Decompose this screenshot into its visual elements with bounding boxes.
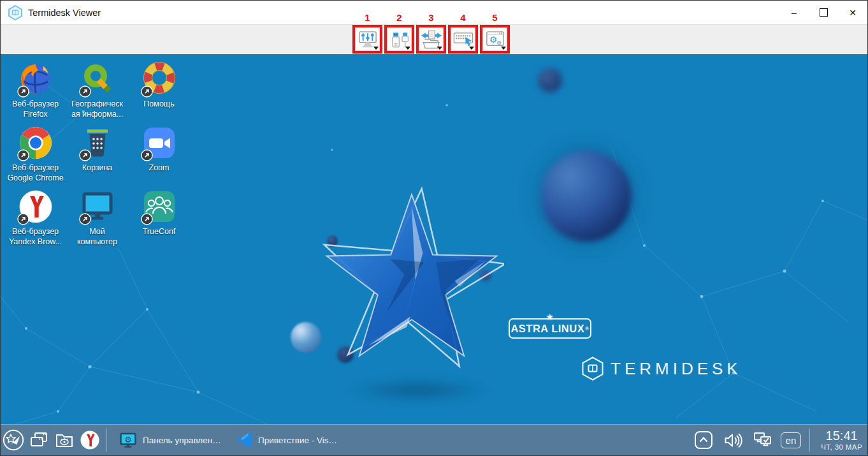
- task-vscode[interactable]: Приветствие - Vis…: [236, 432, 343, 448]
- maximize-button[interactable]: [809, 1, 838, 24]
- windows-overlap-icon: [29, 431, 48, 449]
- shortcut-arrow-badge: [141, 149, 153, 161]
- annotation-number-5: 5: [492, 11, 497, 25]
- speaker-icon: [724, 432, 742, 449]
- desktop-icon-label: Веб-браузерYandex Brow...: [9, 226, 62, 247]
- desktop-icon-trash[interactable]: Корзина: [66, 125, 128, 189]
- dropdown-arrow-icon[interactable]: [501, 47, 506, 50]
- close-button[interactable]: ✕: [838, 1, 867, 24]
- control-panel-icon: ⚙: [120, 432, 137, 448]
- desktop-icon-label: Корзина: [82, 163, 113, 173]
- start-menu-button[interactable]: [1, 427, 26, 453]
- file-manager-button[interactable]: [52, 427, 77, 453]
- system-tray: en 15:41 ЧТ, 30 МАР: [691, 427, 867, 453]
- desktop-icon-chrome[interactable]: Веб-браузерGoogle Chrome: [4, 125, 66, 189]
- desktop-icon-zoom[interactable]: Zoom: [128, 125, 190, 189]
- window-switcher-button[interactable]: [26, 427, 52, 453]
- annotation-box-2: [384, 25, 414, 54]
- session-settings-button[interactable]: ⚙ ⚙: [482, 27, 507, 51]
- taskbar-separator: [106, 429, 107, 452]
- display-settings-icon: [357, 30, 379, 49]
- keyboard-input-button[interactable]: [451, 27, 475, 51]
- dropdown-arrow-icon[interactable]: [469, 47, 474, 50]
- shortcut-arrow-badge: [141, 85, 153, 98]
- annotation-number-1: 1: [365, 11, 370, 25]
- desktop-icon-label: Веб-браузерGoogle Chrome: [7, 163, 63, 183]
- astra-fly-start-icon: [3, 429, 24, 451]
- network-status-button[interactable]: [751, 427, 776, 453]
- chevron-up-icon: [694, 430, 713, 450]
- desktop-icon-my-computer[interactable]: Мойкомпьютер: [66, 189, 128, 253]
- shortcut-arrow-badge: [79, 149, 91, 161]
- shortcut-arrow-badge: [17, 149, 29, 161]
- display-settings-button[interactable]: [355, 27, 380, 51]
- astra-star-icon: ★: [547, 313, 553, 321]
- desktop-icon-label: Мойкомпьютер: [77, 226, 117, 247]
- window-title: Termidesk Viewer: [28, 8, 101, 18]
- folder-eye-icon: [55, 431, 74, 449]
- yandex-browser-icon: [80, 430, 100, 450]
- taskbar: ⚙ Панель управлен… Приветствие - Vis…: [1, 424, 867, 455]
- keyboard-input-icon: [452, 30, 474, 49]
- sphere-decoration: [291, 322, 321, 353]
- maximize-icon: [820, 8, 828, 17]
- dropdown-arrow-icon[interactable]: [373, 47, 379, 50]
- desktop-icon-firefox[interactable]: Веб-браузерFirefox: [4, 61, 66, 125]
- session-settings-icon: ⚙ ⚙: [484, 30, 506, 49]
- desktop-icon-label: Веб-браузерFirefox: [12, 99, 59, 119]
- clock-time: 15:41: [826, 429, 858, 443]
- clock-date: ЧТ, 30 МАР: [821, 443, 862, 451]
- toolbar-annotations: 1: [352, 11, 510, 54]
- annotation-number-4: 4: [460, 11, 465, 25]
- svg-text:⚙: ⚙: [496, 39, 501, 45]
- tray-expand-button[interactable]: [691, 427, 716, 453]
- file-transfer-icon: [421, 30, 442, 49]
- annotation-box-3: [416, 25, 446, 54]
- astra-star-artwork: [319, 182, 504, 386]
- desktop-icon-label: Географическая информа...: [71, 99, 123, 119]
- termidesk-hexagon-icon: [582, 357, 604, 381]
- usb-redirect-icon: [389, 30, 410, 49]
- desktop-icon-label: Помощь: [143, 99, 174, 109]
- dropdown-arrow-icon[interactable]: [437, 47, 442, 50]
- remote-desktop-area[interactable]: Веб-браузерFirefox: [1, 54, 867, 425]
- desktop-icon-label: Zoom: [149, 163, 170, 173]
- desktop-icon-yandex[interactable]: Веб-браузерYandex Brow...: [4, 189, 66, 253]
- vscode-icon: [236, 432, 252, 448]
- volume-button[interactable]: [721, 427, 746, 453]
- network-monitors-check-icon: [753, 431, 774, 449]
- language-indicator[interactable]: en: [781, 432, 802, 448]
- desktop-icon-qgis[interactable]: Географическая информа...: [66, 61, 128, 125]
- annotation-number-2: 2: [396, 11, 401, 25]
- shortcut-arrow-badge: [17, 213, 29, 225]
- usb-redirect-button[interactable]: [387, 27, 412, 51]
- sphere-decoration: [538, 68, 562, 92]
- annotation-box-1: [352, 25, 382, 54]
- desktop-icon-trueconf[interactable]: TrueConf: [128, 189, 190, 253]
- close-icon: ✕: [849, 8, 857, 18]
- tray-separator: [809, 429, 810, 452]
- astra-linux-logo: ★ ASTRA LINUX®: [509, 318, 591, 339]
- task-label: Приветствие - Vis…: [258, 436, 337, 445]
- dropdown-arrow-icon[interactable]: [405, 47, 410, 50]
- shortcut-arrow-badge: [79, 85, 91, 98]
- desktop-icon-grid: Веб-браузерFirefox: [4, 61, 190, 253]
- annotation-box-4: [448, 25, 478, 54]
- termidesk-logo: TERMIDESK: [582, 357, 742, 381]
- clock[interactable]: 15:41 ЧТ, 30 МАР: [821, 429, 862, 451]
- annotation-box-5: ⚙ ⚙: [480, 25, 510, 54]
- sphere-decoration: [541, 151, 632, 242]
- termidesk-viewer-window: Termidesk Viewer – ✕ 1: [0, 0, 868, 456]
- shortcut-arrow-badge: [17, 85, 29, 98]
- file-transfer-button[interactable]: [419, 27, 444, 51]
- yandex-browser-taskbar-button[interactable]: [77, 427, 103, 453]
- shortcut-arrow-badge: [79, 213, 91, 225]
- termidesk-app-icon: [8, 5, 22, 20]
- desktop-icon-label: TrueConf: [143, 226, 176, 237]
- minimize-button[interactable]: –: [779, 1, 809, 24]
- shortcut-arrow-badge: [141, 213, 153, 225]
- desktop-icon-help[interactable]: Помощь: [128, 61, 190, 125]
- task-label: Панель управлен…: [143, 436, 221, 445]
- task-control-panel[interactable]: ⚙ Панель управлен…: [120, 432, 227, 448]
- minimize-icon: –: [792, 8, 797, 18]
